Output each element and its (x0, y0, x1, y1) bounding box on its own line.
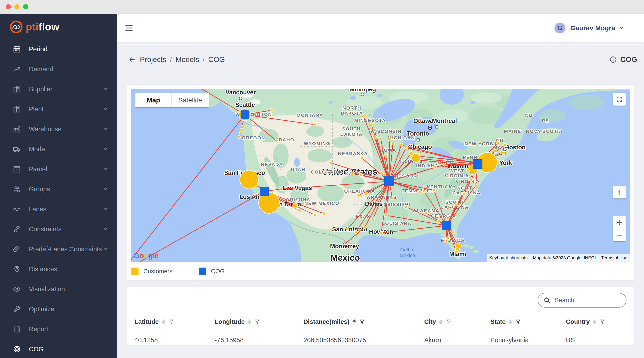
google-map[interactable]: United StatesMexicoGulf ofMexicoWASHINGT… (131, 89, 630, 262)
customer-dot[interactable] (357, 194, 360, 197)
customer-dot[interactable] (496, 141, 499, 144)
filter-icon[interactable] (515, 319, 521, 325)
sidebar-item-optimize[interactable]: Optimize (0, 299, 117, 319)
sidebar-item-report[interactable]: Report (0, 319, 117, 339)
filter-icon[interactable] (254, 319, 260, 325)
customer-dot[interactable] (405, 205, 408, 208)
close-window-button[interactable] (6, 4, 11, 9)
customer-dot[interactable] (372, 135, 376, 139)
sidebar-item-groups[interactable]: Groups (0, 179, 117, 199)
customer-dot[interactable] (383, 173, 386, 176)
customer-dot[interactable] (297, 209, 300, 212)
customer-dot[interactable] (446, 237, 449, 240)
customer-dot[interactable] (452, 231, 455, 234)
customer-dot[interactable] (373, 128, 376, 132)
attribution-keyboard-shortcuts[interactable]: Keyboard shortcuts (486, 254, 530, 262)
sidebar-item-demand[interactable]: Demand (0, 59, 117, 79)
cog-marker[interactable] (260, 187, 268, 196)
filter-icon[interactable] (168, 319, 174, 325)
customer-dot[interactable] (239, 131, 242, 134)
user-menu[interactable]: G Gaurav Mogra (554, 22, 624, 35)
sidebar-item-parcel[interactable]: Parcel (0, 159, 117, 179)
customer-dot[interactable] (494, 150, 497, 153)
zoom-window-button[interactable] (23, 4, 28, 9)
sidebar-item-lanes[interactable]: Lanes (0, 199, 117, 219)
avatar[interactable]: G (554, 22, 566, 35)
sort-icon[interactable] (248, 319, 251, 324)
customer-dot[interactable] (313, 123, 316, 126)
customer-cluster[interactable] (455, 250, 458, 253)
search-box[interactable] (538, 293, 626, 307)
customer-dot[interactable] (280, 188, 283, 191)
customer-dot[interactable] (346, 228, 349, 231)
customer-dot[interactable] (384, 214, 388, 217)
sort-icon[interactable] (593, 319, 596, 324)
customer-dot[interactable] (354, 230, 358, 233)
breadcrumb-item-cog[interactable]: COG (208, 55, 225, 64)
customer-dot[interactable] (470, 179, 472, 182)
customer-dot[interactable] (240, 128, 243, 131)
customer-dot[interactable] (365, 192, 368, 195)
map-type-button[interactable]: Map (136, 93, 172, 107)
customer-dot[interactable] (400, 143, 403, 146)
customer-dot[interactable] (372, 217, 374, 220)
customer-dot[interactable] (504, 144, 506, 147)
search-input[interactable] (554, 297, 621, 304)
fullscreen-button[interactable] (613, 93, 626, 106)
customer-dot[interactable] (385, 154, 388, 157)
customer-dot[interactable] (466, 169, 470, 172)
cog-marker[interactable] (384, 176, 394, 186)
sort-icon[interactable] (439, 319, 443, 324)
satellite-type-button[interactable]: Satellite (172, 93, 209, 107)
customer-dot[interactable] (360, 173, 362, 176)
customer-dot[interactable] (409, 152, 413, 156)
customer-dot[interactable] (391, 142, 394, 145)
cog-marker[interactable] (241, 110, 249, 119)
sidebar-item-predef-lanes-constraints[interactable]: Predef-Lanes Constraints (0, 239, 117, 259)
sidebar-item-mode[interactable]: Mode (0, 139, 117, 159)
breadcrumb-item-projects[interactable]: Projects (140, 55, 166, 64)
cog-marker[interactable] (473, 159, 482, 169)
customer-dot[interactable] (425, 212, 428, 215)
info-icon[interactable] (610, 56, 617, 63)
pegman-button[interactable] (613, 186, 626, 198)
customer-dot[interactable] (370, 123, 373, 126)
customer-dot[interactable] (388, 138, 391, 141)
customer-dot[interactable] (313, 213, 316, 216)
customer-dot[interactable] (380, 231, 383, 234)
customer-dot[interactable] (362, 115, 365, 118)
customer-dot[interactable] (391, 197, 394, 200)
customer-dot[interactable] (270, 109, 274, 112)
customer-dot[interactable] (238, 136, 241, 139)
customer-dot[interactable] (443, 163, 446, 166)
zoom-in-button[interactable]: + (613, 216, 626, 229)
minimize-window-button[interactable] (14, 4, 20, 9)
sort-icon[interactable] (508, 319, 512, 324)
sidebar-item-plant[interactable]: Plant (0, 99, 117, 119)
sort-icon[interactable] (352, 319, 356, 324)
customer-dot[interactable] (360, 156, 364, 160)
cog-marker[interactable] (442, 221, 451, 230)
sidebar-item-visualization[interactable]: Visualization (0, 279, 117, 299)
customer-dot[interactable] (363, 226, 366, 229)
filter-icon[interactable] (359, 319, 365, 325)
customer-dot[interactable] (329, 161, 332, 164)
customer-dot[interactable] (419, 151, 422, 154)
sidebar-item-distances[interactable]: Distances (0, 259, 117, 279)
customer-dot[interactable] (322, 212, 326, 215)
filter-icon[interactable] (600, 319, 605, 325)
customer-dot[interactable] (418, 190, 422, 193)
sidebar-item-constraints[interactable]: Constraints (0, 219, 117, 239)
sidebar-item-warehouse[interactable]: Warehouse (0, 119, 117, 139)
sidebar-item-cog[interactable]: COG (0, 339, 117, 358)
attribution-map-data-2023-google-inegi[interactable]: Map data ©2023 Google, INEGI (530, 254, 598, 262)
customer-dot[interactable] (405, 146, 408, 149)
customer-cluster[interactable] (240, 170, 258, 189)
filter-icon[interactable] (446, 319, 452, 325)
attribution-terms-of-use[interactable]: Terms of Use (598, 254, 630, 262)
customer-dot[interactable] (350, 172, 354, 175)
breadcrumb-item-models[interactable]: Models (175, 55, 199, 64)
customer-dot[interactable] (293, 203, 298, 208)
customer-dot[interactable] (437, 220, 440, 223)
customer-dot[interactable] (434, 166, 437, 169)
